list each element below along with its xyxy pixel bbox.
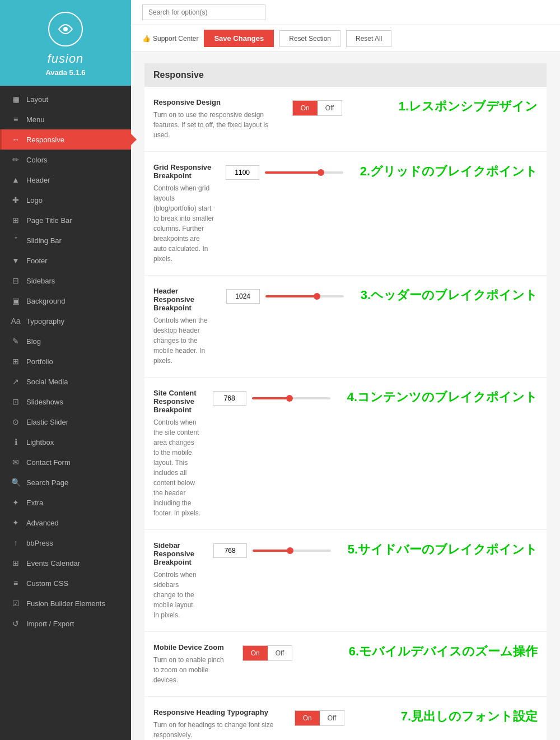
sidebar-item-label: Colors [26,156,48,164]
layout-icon: ▦ [11,95,21,104]
reset-all-button[interactable]: Reset All [346,30,391,47]
slider-value-site-content-breakpoint[interactable] [213,391,246,406]
toggle-on-mobile-device-zoom[interactable]: On [243,646,268,660]
sidebar-item-sidebars[interactable]: ⊟ Sidebars [0,271,131,291]
sidebar-item-label: Search Page [26,478,68,487]
sidebar-item-typography[interactable]: Aa Typography [0,311,131,331]
option-left-responsive-design: Responsive Design Turn on to use the res… [153,98,281,140]
option-annotation-responsive-heading-typography: 7.見出しのフォント設定 [395,708,538,725]
option-label-responsive-design: Responsive Design [153,98,281,106]
toggle-control-responsive-heading-typography: On Off [295,708,384,726]
sidebar-item-page-title-bar[interactable]: ⊞ Page Title Bar [0,210,131,230]
section-title: Responsive [144,63,547,87]
option-row-mobile-device-zoom: Mobile Device Zoom Turn on to enable pin… [144,632,547,697]
toolbar-actions: 👍 Support Center Save Changes Reset Sect… [131,25,560,52]
colors-icon: ✏ [11,155,21,164]
sidebar-item-events-calendar[interactable]: ⊞ Events Calendar [0,553,131,573]
toolbar-search [131,0,560,25]
sidebar-item-import-export[interactable]: ↺ Import / Export [0,613,131,634]
reset-section-button[interactable]: Reset Section [279,30,340,47]
option-annotation-header-breakpoint: 3.ヘッダーのブレイクポイント [355,287,538,304]
typography-icon: Aa [11,317,21,325]
slider-control-grid-breakpoint [226,163,343,180]
sidebar-item-label: Sidebars [26,277,55,285]
slider-control-sidebar-breakpoint [213,541,331,558]
sidebar-item-custom-css[interactable]: ≡ Custom CSS [0,573,131,593]
elastic-slider-icon: ⊙ [11,417,21,426]
sidebar-item-label: Layout [26,95,48,104]
sidebar-item-search-page[interactable]: 🔍 Search Page [0,472,131,492]
sidebar-item-fusion-builder[interactable]: ☑ Fusion Builder Elements [0,593,131,613]
portfolio-icon: ⊞ [11,357,21,366]
sidebar-item-layout[interactable]: ▦ Layout [0,89,131,109]
slider-track-sidebar-breakpoint[interactable] [253,550,331,552]
toggle-off-mobile-device-zoom[interactable]: Off [268,646,292,660]
sidebar-item-portfolio[interactable]: ⊞ Portfolio [0,351,131,371]
option-annotation-mobile-device-zoom: 6.モバイルデバイスのズーム操作 [343,643,538,660]
toggle-off-responsive-heading-typography[interactable]: Off [320,711,344,725]
sidebar-item-blog[interactable]: ✎ Blog [0,331,131,351]
option-label-mobile-device-zoom: Mobile Device Zoom [153,643,231,651]
slider-value-sidebar-breakpoint[interactable] [213,543,247,558]
sidebar-item-label: Slideshows [26,398,63,406]
sidebar-item-label: Social Media [26,378,68,386]
sidebar-item-contact-form[interactable]: ✉ Contact Form [0,452,131,472]
slider-track-header-breakpoint[interactable] [265,295,344,297]
option-desc-mobile-device-zoom: Turn on to enable pinch to zoom on mobil… [153,655,231,685]
option-row-header-breakpoint: Header Responsive Breakpoint Controls wh… [144,276,547,378]
sidebar-item-slideshows[interactable]: ⊡ Slideshows [0,392,131,412]
toggle-on-responsive-heading-typography[interactable]: On [295,711,320,725]
responsive-icon: ↔ [11,135,21,144]
advanced-icon: ✦ [11,518,21,527]
sidebar-item-label: Import / Export [26,620,74,628]
sidebar-item-label: Contact Form [26,458,71,467]
sidebar-menu: ▦ Layout ≡ Menu ↔ Responsive ✏ Colors ▲ … [0,86,131,740]
sidebar-item-extra[interactable]: ✦ Extra [0,492,131,513]
search-page-icon: 🔍 [11,478,21,487]
sidebar-item-label: Blog [26,337,41,346]
extra-icon: ✦ [11,498,21,507]
slider-track-grid-breakpoint[interactable] [265,171,343,174]
slider-fill-sidebar-breakpoint [253,550,290,552]
slider-track-site-content-breakpoint[interactable] [252,397,330,399]
slider-thumb-header-breakpoint [314,293,320,300]
option-row-site-content-breakpoint: Site Content Responsive Breakpoint Contr… [144,378,547,530]
option-left-site-content-breakpoint: Site Content Responsive Breakpoint Contr… [153,389,202,518]
sidebar-item-sliding-bar[interactable]: ˅ Sliding Bar [0,230,131,250]
option-annotation-responsive-design: 1.レスポンシブデザイン [393,98,538,115]
option-desc-responsive-design: Turn on to use the responsive design fea… [153,110,281,140]
slider-fill-header-breakpoint [265,295,317,297]
sidebar-item-label: Custom CSS [26,579,68,588]
toggle-control-mobile-device-zoom: On Off [242,643,332,661]
main-content: 👍 Support Center Save Changes Reset Sect… [131,0,560,740]
sidebar-item-footer[interactable]: ▼ Footer [0,250,131,271]
options-container: Responsive Design Turn on to use the res… [144,87,547,740]
slider-value-grid-breakpoint[interactable] [226,165,259,180]
option-left-mobile-device-zoom: Mobile Device Zoom Turn on to enable pin… [153,643,231,685]
fusion-builder-icon: ☑ [11,599,21,608]
sidebar-item-label: Lightbox [26,438,54,446]
toggle-on-responsive-design[interactable]: On [293,101,318,115]
sidebar-item-colors[interactable]: ✏ Colors [0,150,131,170]
sidebar-item-label: Footer [26,257,48,265]
sidebar-item-elastic-slider[interactable]: ⊙ Elastic Slider [0,412,131,432]
social-media-icon: ↗ [11,377,21,386]
sidebar-item-label: Page Title Bar [26,216,72,225]
sidebar-item-responsive[interactable]: ↔ Responsive [0,129,131,150]
search-input[interactable] [142,4,265,20]
toggle-off-responsive-design[interactable]: Off [318,101,342,115]
sidebar-item-logo[interactable]: ✚ Logo [0,190,131,210]
save-changes-button[interactable]: Save Changes [204,30,274,47]
sidebar-item-background[interactable]: ▣ Background [0,291,131,311]
sidebar-item-menu[interactable]: ≡ Menu [0,109,131,129]
sidebar-item-social-media[interactable]: ↗ Social Media [0,371,131,392]
header-icon: ▲ [11,175,21,184]
sidebar-item-header[interactable]: ▲ Header [0,170,131,190]
sidebar-item-lightbox[interactable]: ℹ Lightbox [0,432,131,452]
toggle-control-responsive-design: On Off [292,98,382,116]
sidebar-item-bbpress[interactable]: ↑ bbPress [0,533,131,553]
slider-value-header-breakpoint[interactable] [226,289,260,304]
support-center-link[interactable]: 👍 Support Center [142,35,198,43]
sidebar-item-advanced[interactable]: ✦ Advanced [0,513,131,533]
sidebar-item-label: Events Calendar [26,559,80,567]
